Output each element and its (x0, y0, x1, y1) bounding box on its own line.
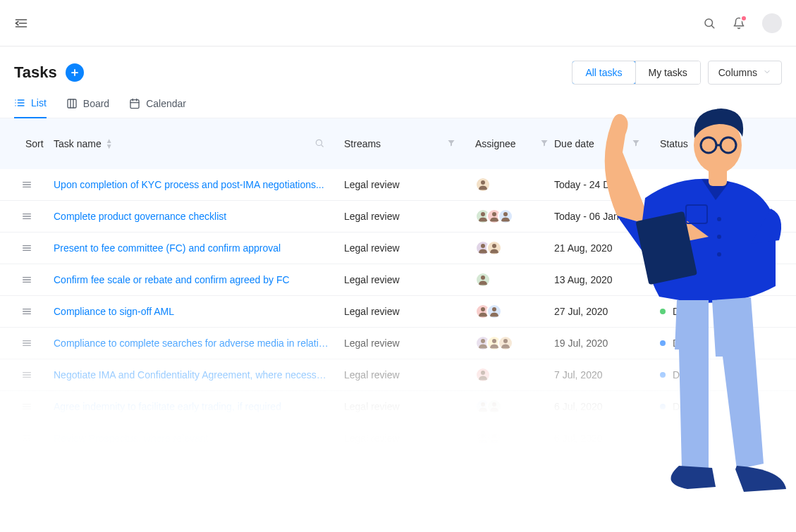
task-name-link[interactable]: Complete product governance checklist (54, 211, 344, 222)
columns-button[interactable]: Columns (708, 61, 782, 85)
drag-icon (21, 242, 32, 254)
drag-handle[interactable] (0, 401, 54, 412)
drag-icon (21, 369, 32, 381)
drag-handle[interactable] (0, 242, 54, 254)
board-icon (66, 98, 78, 109)
status-dot (660, 277, 666, 283)
drag-handle[interactable] (0, 179, 54, 190)
col-sort[interactable]: Sort (0, 138, 54, 149)
col-assignee[interactable]: Assignee (475, 138, 554, 149)
assignee-avatar[interactable] (486, 399, 502, 414)
due-date-cell: 7 Jul, 2020 (554, 369, 660, 381)
status-cell: Done (660, 306, 796, 317)
assignee-avatar[interactable] (498, 335, 513, 351)
table-row[interactable]: Review Prospectus, where relevantLegal r… (0, 423, 796, 454)
search-button[interactable] (703, 17, 716, 30)
task-name-link[interactable]: Present to fee committee (FC) and confir… (54, 242, 344, 254)
due-date-cell: Today - 24 Dec (554, 179, 660, 190)
svg-point-40 (481, 276, 485, 280)
due-date-cell: 21 Aug, 2020 (554, 242, 660, 254)
task-name-link[interactable]: Compliance to sign-off AML (54, 306, 344, 317)
col-task-label: Task name (54, 138, 102, 149)
svg-point-59 (481, 402, 485, 407)
status-dot (660, 340, 666, 346)
user-avatar[interactable] (762, 13, 782, 33)
assignee-cell[interactable] (475, 431, 554, 446)
col-task[interactable]: Task name ▲▼ (54, 138, 344, 150)
drag-handle[interactable] (0, 306, 54, 317)
col-status[interactable]: Status (660, 138, 796, 149)
stream-cell: Legal review (344, 401, 475, 412)
all-tasks-tab[interactable]: All tasks (572, 61, 635, 85)
task-name-link[interactable]: Upon completion of KYC process and post-… (54, 179, 344, 190)
filter-due-button[interactable] (632, 138, 640, 149)
task-name-link[interactable]: Agree indemnity to facilitate early trad… (54, 401, 344, 412)
status-label: Done (673, 306, 696, 317)
plus-icon (70, 68, 80, 78)
task-name-link[interactable]: Compliance to complete searches for adve… (54, 338, 344, 349)
drag-icon (21, 401, 32, 412)
svg-point-55 (481, 371, 485, 375)
drag-handle[interactable] (0, 433, 54, 444)
task-name-link[interactable]: Confirm fee scale or rebate and confirm … (54, 274, 344, 285)
col-due-label: Due date (554, 138, 594, 149)
svg-point-50 (492, 339, 496, 343)
assignee-cell[interactable] (475, 240, 554, 256)
assignee-avatar[interactable] (475, 177, 491, 192)
assignee-cell[interactable] (475, 209, 554, 224)
table-row[interactable]: Compliance to sign-off AMLLegal review27… (0, 296, 796, 328)
assignee-avatar[interactable] (498, 209, 513, 224)
stream-cell: Legal review (344, 338, 475, 349)
filter-streams-button[interactable] (447, 138, 455, 149)
assignee-avatar[interactable] (486, 240, 502, 256)
assignee-avatar[interactable] (475, 272, 491, 287)
search-task-button[interactable] (314, 138, 324, 150)
table-row[interactable]: Confirm fee scale or rebate and confirm … (0, 264, 796, 296)
drag-icon (21, 338, 32, 349)
table-row[interactable]: Compliance to complete searches for adve… (0, 328, 796, 359)
svg-point-30 (492, 212, 496, 216)
tab-calendar[interactable]: Calendar (129, 97, 186, 118)
drag-handle[interactable] (0, 369, 54, 381)
assignee-avatar[interactable] (486, 304, 502, 319)
col-due[interactable]: Due date (554, 138, 660, 149)
tab-list-label: List (31, 97, 47, 109)
filter-assignee-button[interactable] (540, 138, 549, 149)
assignee-avatar[interactable] (475, 367, 491, 383)
tab-board[interactable]: Board (66, 97, 109, 118)
assignee-cell[interactable] (475, 304, 554, 319)
task-name-link[interactable]: Negotiate IMA and Confidentiality Agreem… (54, 369, 344, 381)
svg-line-4 (711, 25, 714, 27)
drag-handle[interactable] (0, 274, 54, 285)
assignee-cell[interactable] (475, 177, 554, 192)
notification-dot (740, 15, 747, 22)
drag-handle[interactable] (0, 211, 54, 222)
sidebar-toggle-button[interactable] (14, 16, 28, 30)
table-row[interactable]: Negotiate IMA and Confidentiality Agreem… (0, 359, 796, 391)
col-streams[interactable]: Streams (344, 138, 475, 149)
drag-icon (21, 179, 32, 190)
table-row[interactable]: Complete product governance checklistLeg… (0, 201, 796, 233)
assignee-cell[interactable] (475, 272, 554, 287)
svg-point-29 (481, 212, 485, 216)
assignee-cell[interactable] (475, 399, 554, 414)
table-row[interactable]: Upon completion of KYC process and post-… (0, 169, 796, 201)
assignee-cell[interactable] (475, 335, 554, 351)
assignee-cell[interactable] (475, 367, 554, 383)
assignee-avatar[interactable] (486, 431, 502, 446)
list-icon (14, 97, 25, 109)
tab-board-label: Board (83, 98, 109, 109)
drag-handle[interactable] (0, 338, 54, 349)
tab-list[interactable]: List (14, 97, 47, 118)
col-streams-label: Streams (344, 138, 381, 149)
notifications-button[interactable] (733, 17, 745, 30)
due-date-cell: 19 Jul, 2020 (554, 338, 660, 349)
stream-cell: Legal review (344, 274, 475, 285)
stream-cell: Legal review (344, 369, 475, 381)
table-row[interactable]: Agree indemnity to facilitate early trad… (0, 391, 796, 423)
status-cell: Done (660, 274, 796, 285)
task-name-link[interactable]: Review Prospectus, where relevant (54, 433, 344, 444)
my-tasks-tab[interactable]: My tasks (635, 61, 700, 84)
table-row[interactable]: Present to fee committee (FC) and confir… (0, 233, 796, 264)
add-task-button[interactable] (66, 63, 84, 82)
